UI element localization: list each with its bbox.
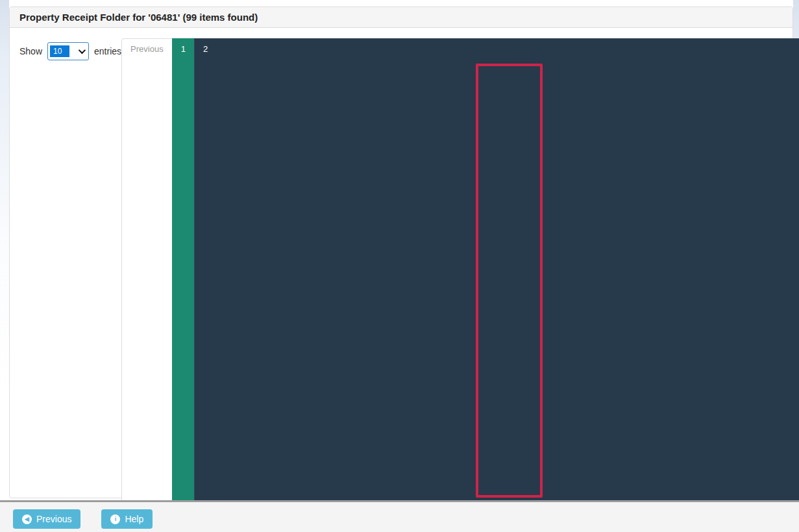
pagination: Previous12345...10Next — [121, 38, 799, 532]
page-button-previous: Previous — [121, 38, 173, 532]
footer-help-button[interactable]: iHelp — [101, 509, 153, 529]
content-card: Property Receipt Folder for '06481' (99 … — [9, 0, 793, 500]
arrow-left-circle-icon: ◀ — [22, 514, 32, 524]
chevron-down-icon — [79, 47, 86, 54]
entries-label: entries — [94, 46, 121, 56]
property-receipt-panel: Property Receipt Folder for '06481' (99 … — [9, 6, 793, 498]
main-area: Property Receipt Folder for '06481' (99 … — [0, 0, 799, 500]
page-title: Property Receipt Folder for '06481' (99 … — [10, 7, 793, 28]
footer-bar: ◀PreviousiHelp — [0, 500, 799, 532]
panel-body: Show 10 entries Previous12345...10Next — [10, 28, 793, 532]
info-circle-icon: i — [110, 514, 120, 524]
page-button-2[interactable]: 2 — [194, 38, 799, 532]
footer-button-label: Help — [125, 514, 143, 524]
page-length-control: Show 10 entries — [19, 42, 121, 60]
table-controls: Show 10 entries Previous12345...10Next — [19, 38, 783, 532]
page-size-select[interactable]: 10 — [47, 42, 89, 60]
show-label: Show — [19, 46, 42, 56]
footer-button-label: Previous — [36, 514, 71, 524]
page-size-value: 10 — [50, 45, 69, 57]
page-button-1[interactable]: 1 — [172, 38, 195, 532]
page: Property Receipt Folder for '06481' (99 … — [0, 0, 799, 532]
footer-previous-button[interactable]: ◀Previous — [13, 509, 80, 529]
